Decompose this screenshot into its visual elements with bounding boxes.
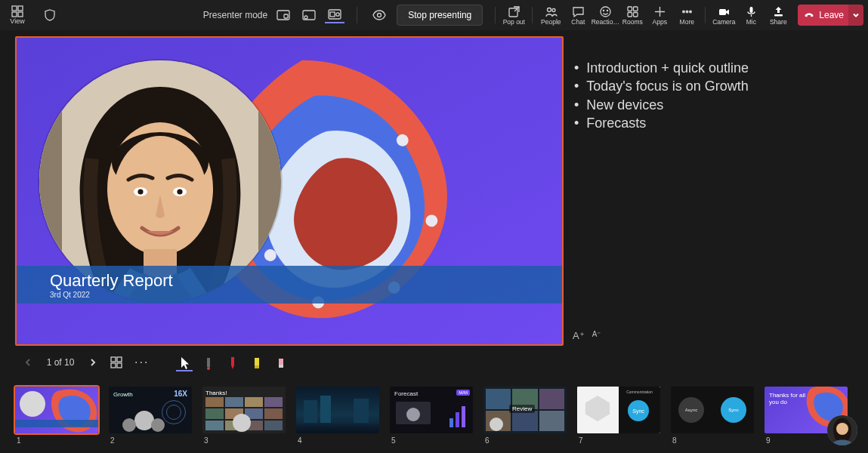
more-label: More	[680, 18, 694, 26]
thumbnail-1[interactable]: 1	[15, 387, 98, 445]
svg-rect-49	[207, 358, 210, 367]
thumb-title: Growth	[113, 391, 133, 398]
svg-rect-47	[111, 363, 116, 368]
presenter-mode-label: Presenter mode	[203, 10, 267, 20]
camera-icon	[718, 5, 731, 18]
cursor-icon	[179, 356, 190, 370]
svg-point-23	[686, 11, 688, 13]
svg-rect-0	[12, 6, 17, 11]
pen-red-button[interactable]	[224, 353, 241, 371]
rooms-label: Rooms	[622, 18, 643, 26]
svg-rect-20	[628, 12, 632, 17]
thumbnail-5[interactable]: Forecast M/M 5	[390, 387, 473, 445]
more-button[interactable]: More	[673, 0, 700, 30]
pen-icon	[227, 356, 238, 370]
privacy-shield-button[interactable]	[41, 9, 59, 21]
grid-view-button[interactable]	[109, 355, 124, 370]
private-view-button[interactable]	[369, 5, 389, 25]
camera-button[interactable]: Camera	[710, 0, 737, 30]
standout-icon	[302, 10, 316, 20]
font-decrease-button[interactable]: A⁻	[592, 330, 601, 341]
camera-label: Camera	[712, 18, 735, 26]
thumb-title: Forecast	[394, 390, 418, 397]
highlighter-icon	[252, 356, 262, 370]
thumb-title: Thanks!	[205, 390, 227, 396]
people-button[interactable]: People	[537, 0, 564, 30]
font-increase-button[interactable]: A⁺	[573, 330, 585, 341]
svg-rect-1	[18, 6, 23, 11]
rooms-icon	[626, 5, 639, 18]
slide-more-button[interactable]: ···	[131, 356, 152, 369]
side-by-side-icon	[328, 9, 341, 20]
presenter-mode-content-only[interactable]	[273, 7, 293, 23]
grid-icon	[110, 356, 122, 368]
leave-options-button[interactable]	[848, 5, 863, 26]
apps-button[interactable]: Apps	[646, 0, 673, 30]
divider	[495, 7, 496, 23]
more-icon	[681, 5, 693, 18]
chat-button[interactable]: Chat	[564, 0, 592, 30]
laser-icon	[203, 356, 214, 370]
highlighter-yellow-button[interactable]	[249, 353, 265, 371]
thumb-title: Sync	[632, 408, 644, 414]
shared-slide[interactable]: Quarterly Report 3rd Qt 2022	[15, 36, 564, 346]
svg-point-7	[304, 16, 307, 19]
thumbnail-6[interactable]: Review 6	[483, 387, 567, 445]
thumb-number: 4	[296, 436, 379, 445]
thumb-number: 5	[390, 436, 473, 445]
presenter-stage: Quarterly Report 3rd Qt 2022 Introductio…	[0, 30, 868, 347]
rooms-button[interactable]: Rooms	[619, 0, 646, 30]
thumb-title: Review	[509, 405, 535, 413]
note-item: New devices	[574, 96, 854, 114]
svg-point-14	[552, 8, 555, 11]
chevron-left-icon	[23, 358, 32, 367]
view-button[interactable]: View	[5, 5, 30, 25]
stop-presenting-button[interactable]: Stop presenting	[397, 5, 483, 26]
notes-font-controls: A⁺ A⁻	[573, 330, 601, 341]
svg-rect-25	[719, 9, 726, 15]
eye-icon	[372, 8, 386, 22]
apps-label: Apps	[653, 18, 667, 26]
svg-point-24	[689, 11, 691, 13]
divider	[357, 7, 357, 23]
thumb-number: 7	[577, 436, 660, 445]
divider	[705, 7, 706, 23]
svg-point-57	[836, 423, 848, 435]
svg-point-41	[137, 189, 143, 194]
chat-icon	[572, 5, 585, 18]
thumb-number: 1	[15, 436, 98, 445]
leave-button[interactable]: Leave	[798, 5, 851, 26]
svg-point-15	[601, 7, 610, 17]
eraser-button[interactable]	[273, 353, 289, 371]
mic-button[interactable]: Mic	[737, 0, 765, 30]
thumbnail-2[interactable]: Growth 16X 2	[109, 387, 192, 445]
cursor-tool-button[interactable]	[176, 353, 193, 371]
apps-icon	[653, 5, 666, 18]
svg-rect-5	[284, 14, 288, 18]
svg-point-11	[378, 14, 381, 17]
laser-tool-button[interactable]	[200, 353, 217, 371]
thumb-title: Thanks for all you do	[769, 393, 810, 406]
svg-rect-45	[111, 357, 116, 362]
presenter-mode-side-by-side[interactable]	[325, 7, 344, 23]
svg-rect-18	[628, 7, 632, 11]
thumbnail-3[interactable]: Thanks! 3	[202, 387, 286, 445]
thumbnail-4[interactable]: 4	[296, 387, 379, 445]
next-slide-button[interactable]	[85, 354, 101, 371]
topbar-left: View	[5, 5, 59, 25]
pop-out-button[interactable]: Pop out	[500, 0, 527, 30]
presenter-mode-standout[interactable]	[299, 7, 319, 23]
slide-title: Quarterly Report	[50, 271, 562, 291]
svg-point-9	[336, 13, 339, 16]
thumbnail-7[interactable]: Communication Sync 7	[577, 387, 660, 445]
prev-slide-button[interactable]	[20, 354, 36, 371]
self-view-avatar[interactable]	[827, 415, 857, 445]
svg-rect-48	[117, 363, 122, 368]
slide-counter: 1 of 10	[44, 357, 77, 368]
chevron-down-icon	[852, 11, 860, 19]
reactions-button[interactable]: Reactio…	[592, 0, 619, 30]
thumbnail-8[interactable]: Async Sync 8	[671, 387, 754, 445]
svg-rect-46	[117, 357, 122, 362]
share-button[interactable]: Share	[765, 0, 792, 30]
svg-rect-21	[633, 12, 638, 17]
